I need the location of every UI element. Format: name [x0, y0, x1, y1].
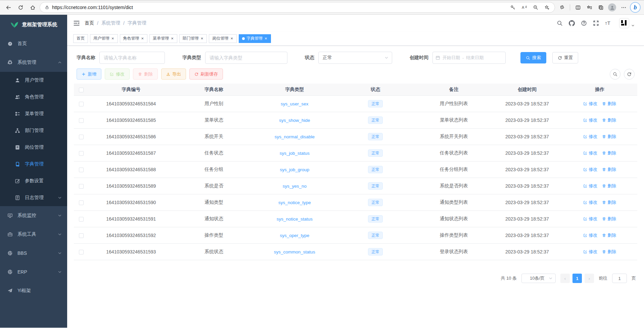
sidebar-item-dept[interactable]: 部门管理	[0, 122, 67, 139]
browser-essentials-icon[interactable]	[557, 2, 567, 12]
sidebar-item-role[interactable]: 角色管理	[0, 89, 67, 105]
row-edit-button[interactable]: 修改	[583, 249, 597, 255]
back-icon[interactable]	[3, 2, 13, 12]
row-delete-button[interactable]: 删除	[602, 216, 616, 222]
sidebar-item-yiframe[interactable]: Yi框架	[0, 281, 67, 300]
refresh-cache-button[interactable]: 刷新缓存	[189, 68, 223, 80]
breadcrumb-system[interactable]: 系统管理	[101, 20, 120, 26]
select-all-checkbox[interactable]	[79, 88, 84, 92]
tab-close-icon[interactable]: ×	[141, 36, 144, 41]
tab-字典管理[interactable]: 字典管理×	[239, 34, 271, 43]
row-checkbox[interactable]	[79, 168, 84, 172]
dict-type-link[interactable]: sys_user_sex	[281, 101, 309, 106]
user-avatar-menu[interactable]	[619, 18, 635, 28]
sidebar-item-bbs[interactable]: BBS	[0, 244, 67, 263]
sidebar-item-menu[interactable]: 菜单管理	[0, 105, 67, 122]
help-icon[interactable]	[581, 20, 587, 26]
goto-page-input[interactable]	[612, 274, 627, 283]
profile-icon[interactable]	[607, 2, 617, 12]
tab-首页[interactable]: 首页	[73, 34, 88, 43]
sidebar-item-user[interactable]: 用户管理	[0, 72, 67, 89]
row-edit-button[interactable]: 修改	[583, 134, 597, 140]
dict-type-link[interactable]: sys_common_status	[274, 249, 315, 254]
split-screen-icon[interactable]	[573, 2, 583, 12]
tab-close-icon[interactable]: ×	[171, 36, 174, 41]
row-delete-button[interactable]: 删除	[602, 199, 616, 205]
dict-type-link[interactable]: sys_job_group	[280, 167, 309, 172]
row-delete-button[interactable]: 删除	[602, 134, 616, 140]
dict-type-link[interactable]: sys_yes_no	[283, 184, 307, 189]
home-icon[interactable]	[28, 2, 38, 12]
fullscreen-icon[interactable]	[593, 20, 599, 26]
dict-type-link[interactable]: sys_show_hide	[279, 118, 310, 123]
row-delete-button[interactable]: 删除	[602, 232, 616, 238]
more-icon[interactable]	[618, 2, 629, 12]
refresh-table-button[interactable]	[624, 69, 635, 80]
sidebar-item-system[interactable]: 系统管理	[0, 53, 67, 72]
row-edit-button[interactable]: 修改	[583, 199, 597, 205]
row-checkbox[interactable]	[79, 184, 84, 189]
toggle-search-button[interactable]	[610, 69, 620, 80]
row-delete-button[interactable]: 删除	[602, 117, 616, 123]
sidebar-item-post[interactable]: 岗位管理	[0, 139, 67, 156]
dict-type-link[interactable]: sys_oper_type	[280, 233, 309, 238]
sidebar-item-home[interactable]: 首页	[0, 34, 67, 53]
row-checkbox[interactable]	[79, 217, 84, 222]
prev-page-button[interactable]: ‹	[560, 274, 570, 283]
dict-type-link[interactable]: sys_notice_status	[277, 217, 313, 222]
bing-chat-icon[interactable]: b	[630, 2, 641, 13]
tab-菜单管理[interactable]: 菜单管理×	[149, 34, 177, 43]
address-bar[interactable]: https://ccnetcore.com:1101/system/dict A	[40, 2, 555, 13]
tab-close-icon[interactable]: ×	[230, 36, 233, 41]
row-checkbox[interactable]	[79, 118, 84, 123]
github-icon[interactable]	[569, 20, 575, 26]
row-delete-button[interactable]: 删除	[602, 183, 616, 189]
breadcrumb-home[interactable]: 首页	[85, 20, 94, 26]
refresh-icon[interactable]	[15, 2, 26, 12]
row-checkbox[interactable]	[79, 102, 84, 106]
edit-button[interactable]: 修改	[105, 68, 130, 80]
add-button[interactable]: 新增	[77, 68, 101, 80]
page-1-button[interactable]: 1	[572, 274, 582, 283]
app-logo[interactable]: 意框架管理系统	[0, 15, 67, 34]
read-aloud-icon[interactable]: A	[520, 3, 528, 12]
text-size-icon[interactable]: TT	[605, 20, 611, 26]
row-edit-button[interactable]: 修改	[583, 117, 597, 123]
sidebar-item-monitor[interactable]: 系统监控	[0, 206, 67, 225]
tab-close-icon[interactable]: ×	[200, 36, 204, 41]
search-icon[interactable]	[557, 20, 563, 26]
row-delete-button[interactable]: 删除	[602, 101, 616, 107]
url-text[interactable]: https://ccnetcore.com:1101/system/dict	[52, 5, 506, 10]
add-favorite-icon[interactable]	[543, 3, 551, 12]
end-date-placeholder[interactable]: 结束日期	[466, 55, 484, 61]
dict-type-link[interactable]: sys_normal_disable	[275, 134, 315, 139]
dict-type-link[interactable]: sys_notice_type	[278, 200, 311, 205]
date-range-picker[interactable]: 开始日期 - 结束日期	[432, 52, 506, 64]
row-delete-button[interactable]: 删除	[602, 249, 616, 255]
sidebar-collapse-icon[interactable]	[73, 20, 80, 27]
row-edit-button[interactable]: 修改	[583, 216, 597, 222]
row-edit-button[interactable]: 修改	[583, 183, 597, 189]
row-checkbox[interactable]	[79, 200, 84, 205]
export-button[interactable]: 导出	[161, 68, 186, 80]
tab-岗位管理[interactable]: 岗位管理×	[209, 34, 237, 43]
tab-部门管理[interactable]: 部门管理×	[179, 34, 207, 43]
sidebar-item-tool[interactable]: 系统工具	[0, 225, 67, 244]
dict-type-input[interactable]	[205, 52, 287, 64]
page-size-select[interactable]: 10条/页	[521, 274, 556, 283]
row-checkbox[interactable]	[79, 135, 84, 139]
sidebar-item-erp[interactable]: ERP	[0, 263, 67, 281]
next-page-button[interactable]: ›	[585, 274, 594, 283]
row-edit-button[interactable]: 修改	[583, 150, 597, 156]
sidebar-item-log[interactable]: 日志管理	[0, 189, 67, 206]
row-checkbox[interactable]	[79, 233, 84, 238]
dict-type-link[interactable]: sys_job_status	[280, 151, 310, 156]
tab-close-icon[interactable]: ×	[111, 36, 114, 41]
sidebar-item-dict[interactable]: 字典管理	[0, 156, 67, 173]
status-select[interactable]: 正常	[318, 52, 392, 64]
collections-icon[interactable]	[596, 2, 606, 12]
sidebar-item-config[interactable]: 参数设置	[0, 173, 67, 189]
tab-用户管理[interactable]: 用户管理×	[90, 34, 118, 43]
row-checkbox[interactable]	[79, 151, 84, 156]
tab-close-icon[interactable]: ×	[264, 36, 268, 41]
